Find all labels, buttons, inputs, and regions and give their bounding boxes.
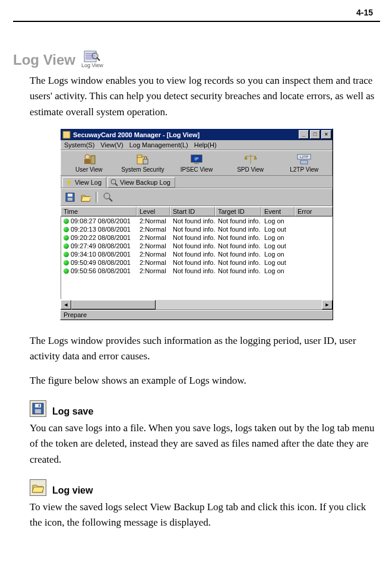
svg-rect-32 [39,404,40,407]
intro-paragraph: The Logs window enables you to view log … [13,73,380,120]
col-target[interactable]: Target ID [215,207,261,216]
section-log-save-title: Log save [52,406,93,417]
main-toolbar: User View System Security IP IPSEC View … [61,150,333,176]
table-row[interactable]: 09:08:27 08/08/20012:NormalNot found inf… [61,217,332,225]
tab-view-backup-log[interactable]: View Backup Log [107,177,175,188]
heading-icon-caption: Log View [81,62,103,68]
status-dot-icon [64,235,69,241]
svg-rect-31 [35,409,41,413]
table-row[interactable]: 09:50:56 08/08/20012:NormalNot found inf… [61,267,332,275]
titlebar: SecuwayCard 2000 Manager - [Log View] _ … [61,129,333,140]
menu-log-management[interactable]: Log Management(L) [129,141,188,148]
open-folder-icon [81,192,90,202]
svg-point-27 [104,193,110,199]
svg-point-8 [85,154,90,159]
svg-rect-13 [143,159,148,164]
toolbar-user-view[interactable]: User View [62,152,116,174]
list-body[interactable]: 09:08:27 08/08/20012:NormalNot found inf… [61,216,333,299]
list-header: Time Level Start ID Target ID Event Erro… [61,206,333,216]
sparkle-icon [65,179,72,186]
scroll-thumb[interactable] [71,300,156,309]
svg-rect-26 [68,198,72,201]
status-dot-icon [64,268,69,274]
svg-rect-21 [300,160,308,164]
table-row[interactable]: 09:27:49 08/08/20012:NormalNot found inf… [61,242,332,250]
magnifier-icon [110,179,118,186]
app-icon [62,131,71,139]
horizontal-scrollbar[interactable]: ◄ ► [61,299,333,309]
section-log-save-body: You can save logs into a file. When you … [13,421,380,467]
svg-text:L2TP: L2TP [300,155,308,159]
floppy-icon [30,400,46,417]
menu-help[interactable]: Help(H) [194,141,217,148]
toolbar-spd-view[interactable]: SPD View [224,152,277,174]
header-rule [13,21,380,22]
menu-view[interactable]: View(V) [100,141,123,148]
svg-rect-7 [63,131,70,138]
section-log-view-title: Log view [52,485,93,496]
toolbar-separator [96,192,98,203]
status-dot-icon [64,219,69,224]
open-folder-icon [30,479,46,496]
toolbar-system-security[interactable]: System Security [116,152,170,174]
table-row[interactable]: 09:20:13 08/08/20012:NormalNot found inf… [61,225,332,233]
menu-system[interactable]: System(S) [64,141,94,148]
maximize-button[interactable]: □ [310,130,320,139]
search-icon-button[interactable] [101,191,115,204]
svg-rect-30 [35,404,41,407]
icon-toolbar [61,188,333,206]
folder-lock-icon [136,153,149,165]
col-event[interactable]: Event [261,207,295,216]
section-log-save-head: Log save [13,400,380,417]
statusbar: Prepare [61,309,333,320]
table-row[interactable]: 09:34:10 08/08/20012:NormalNot found inf… [61,250,332,258]
paragraph-figure: The figure below shows an example of Log… [13,373,380,388]
monitor-ip-icon: IP [190,153,203,165]
status-dot-icon [64,227,69,232]
col-start[interactable]: Start ID [170,207,215,216]
section-log-view-head: Log view [13,479,380,496]
col-error[interactable]: Error [295,207,333,216]
page-number: 4-15 [353,6,376,21]
log-view-window: SecuwayCard 2000 Manager - [Log View] _ … [60,128,333,320]
scroll-left-button[interactable]: ◄ [61,300,71,309]
scroll-right-button[interactable]: ► [322,300,333,309]
svg-line-23 [115,184,118,186]
close-button[interactable]: × [321,130,331,139]
save-icon-button[interactable] [63,191,77,204]
svg-line-6 [97,58,100,61]
scroll-track[interactable] [71,300,322,309]
scales-icon [244,153,257,165]
minimize-button[interactable]: _ [299,130,309,139]
heading-text: Log View [13,52,75,68]
section-log-view-body: To view the saved logs select View Backu… [13,500,380,531]
paragraph-info: The Logs window provides such informatio… [13,333,380,365]
table-row[interactable]: 09:20:22 08/08/20012:NormalNot found inf… [61,233,332,242]
svg-text:IP: IP [195,157,199,161]
magnifier-over-list-icon: Log View [81,50,103,68]
status-dot-icon [64,244,69,249]
col-time[interactable]: Time [61,207,137,216]
floppy-icon [65,192,75,202]
svg-point-22 [111,179,116,184]
svg-rect-25 [68,194,72,197]
table-row[interactable]: 09:50:49 08/08/20012:NormalNot found inf… [61,258,332,267]
svg-rect-12 [137,155,142,157]
user-icon [83,153,96,165]
svg-line-28 [109,198,112,201]
svg-rect-16 [194,162,199,164]
status-dot-icon [64,252,69,257]
magnifier-icon [103,192,113,202]
toolbar-l2tp-view[interactable]: L2TP L2TP View [277,152,331,174]
svg-rect-9 [84,159,90,164]
col-level[interactable]: Level [137,207,170,216]
heading-log-view: Log View Log View [13,50,380,68]
menubar: System(S) View(V) Log Management(L) Help… [61,140,333,150]
tab-view-log[interactable]: View Log [62,177,106,188]
log-tab-row: View Log View Backup Log [61,176,333,188]
status-dot-icon [64,260,69,265]
svg-rect-10 [91,156,95,164]
window-title: SecuwayCard 2000 Manager - [Log View] [73,131,200,138]
toolbar-ipsec-view[interactable]: IP IPSEC View [170,152,223,174]
open-icon-button[interactable] [78,191,93,204]
